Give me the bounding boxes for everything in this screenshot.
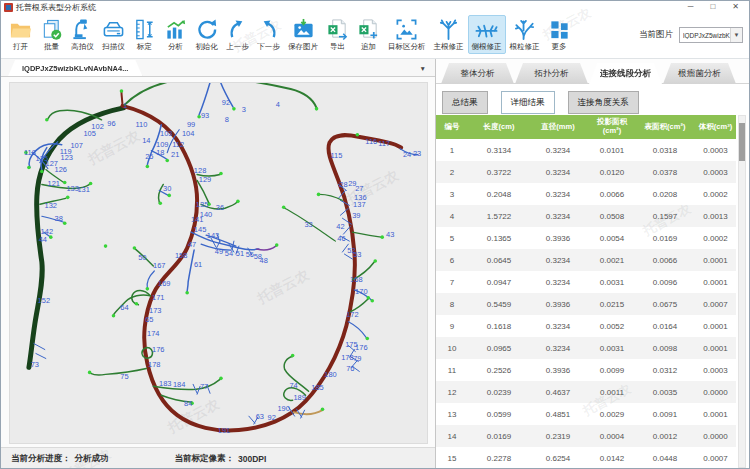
root-image-area[interactable]: 托普云农托普云农托普云农托普云农192384939610210510711912… [9, 82, 428, 444]
tab-segment-analysis[interactable]: 连接线段分析 [589, 63, 662, 84]
root-tip-dot [219, 172, 223, 176]
toolbar-scanner-button[interactable]: 扫描仪 [98, 15, 129, 54]
open-icon [9, 18, 32, 41]
segment-number-label: 168 [350, 275, 362, 284]
toolbar-calibrate-button[interactable]: 标定 [129, 15, 160, 54]
dropdown-caret-icon[interactable]: ▼ [730, 28, 742, 42]
toolbar-export-button[interactable]: 导出 [322, 15, 353, 54]
table-row[interactable]: 110.25260.39360.00990.03120.0003 [436, 359, 736, 381]
segment-number-label: 191 [218, 426, 230, 435]
table-row[interactable]: 120.02390.46370.00110.00350.0000 [436, 381, 736, 403]
segment-number-label: 76 [346, 364, 354, 373]
table-cell: 0.2048 [468, 183, 530, 205]
segment-number-label: 48 [260, 256, 268, 265]
total-result-button[interactable]: 总结果 [442, 91, 488, 114]
table-cell: 0.0378 [638, 161, 692, 183]
root-tip-dot [104, 244, 108, 248]
table-cell: 0.3234 [530, 249, 586, 271]
maximize-button[interactable]: □ [710, 3, 715, 11]
analysis-progress-label: 当前分析进度： [11, 453, 71, 465]
root-segment [348, 322, 366, 338]
table-cell: 0.3234 [530, 161, 586, 183]
table-row[interactable]: 70.09470.32340.00310.00960.0001 [436, 271, 736, 293]
root-tip-dot [133, 246, 137, 250]
table-row[interactable]: 41.57220.32340.05080.15970.0013 [436, 205, 736, 227]
root-tip-dot [165, 159, 169, 163]
table-cell: 0.0091 [638, 403, 692, 425]
toolbar-next-step-label: 下一步 [257, 42, 280, 52]
current-image-dropdown[interactable]: lQDPJxZ5wizbK ▼ [679, 27, 743, 43]
toolbar-initialize-button[interactable]: 初始化 [191, 15, 222, 54]
root-segment [187, 250, 194, 292]
segment-number-label: 74 [289, 381, 297, 390]
table-row[interactable]: 30.20480.32340.00660.02080.0002 [436, 183, 736, 205]
segment-number-label: 116 [365, 137, 377, 146]
toolbar-save-image-button[interactable]: 保存图片 [284, 15, 322, 54]
root-tip-dot [146, 165, 150, 169]
table-row[interactable]: 150.22780.62540.01420.04480.0007 [436, 447, 736, 469]
table-row[interactable]: 90.16180.32340.00520.01640.0001 [436, 315, 736, 337]
root-segment [34, 344, 46, 359]
toolbar-doc-camera-button[interactable]: 高拍仪 [67, 15, 98, 54]
segment-number-label: 105 [83, 129, 95, 138]
root-tip-dot [40, 170, 44, 174]
tab-overall-analysis[interactable]: 整体分析 [441, 63, 514, 84]
tab-rhizobium-analysis[interactable]: 根瘤菌分析 [663, 63, 736, 84]
minimize-button[interactable]: ─ [688, 3, 694, 11]
connection-angle-button[interactable]: 连接角度关系 [568, 91, 639, 114]
segment-number-label: 112 [172, 140, 184, 149]
segment-number-label: 176 [355, 343, 367, 352]
image-tab-dropdown-icon[interactable]: ▼ [420, 65, 426, 72]
segment-number-label: 36 [216, 203, 224, 212]
table-row[interactable]: 50.13650.39360.00540.01690.0002 [436, 227, 736, 249]
table-cell: 1.5722 [468, 205, 530, 227]
root-segment [257, 246, 276, 250]
toolbar-main-root-fix-button[interactable]: 主根修正 [430, 15, 468, 54]
toolbar-next-step-button[interactable]: 下一步 [253, 15, 284, 54]
segment-number-label: 115 [330, 151, 342, 160]
batch-icon [40, 18, 63, 41]
table-row[interactable]: 140.01690.23190.00040.00120.0000 [436, 425, 736, 447]
table-scrollbar[interactable] [738, 115, 746, 468]
table-row[interactable]: 130.05990.48510.00290.00910.0001 [436, 403, 736, 425]
root-image-svg[interactable]: 托普云农托普云农托普云农托普云农192384939610210510711912… [10, 83, 427, 443]
toolbar-prev-step-button[interactable]: 上一步 [222, 15, 253, 54]
table-row[interactable]: 80.54590.39360.02150.06750.0007 [436, 293, 736, 315]
close-button[interactable]: ✕ [732, 3, 739, 11]
table-row[interactable]: 100.09650.32340.00310.00980.0001 [436, 337, 736, 359]
toolbar-target-area-analysis-label: 目标区分析 [388, 42, 426, 52]
status-bar: 当前分析进度： 分析成功 当前标定像素： 300DPI [1, 447, 435, 469]
toolbar-open-button[interactable]: 打开 [5, 15, 36, 54]
root-tip-dot [236, 200, 240, 204]
toolbar-append-button[interactable]: 追加 [353, 15, 384, 54]
table-cell: 0.3936 [530, 359, 586, 381]
root-tip-dot [317, 193, 321, 197]
table-row[interactable]: 10.31340.32340.01010.03180.0003 [436, 139, 736, 161]
root-tip-dot [356, 133, 360, 137]
toolbar-nodule-fix-button[interactable]: 根粒修正 [506, 15, 544, 54]
root-tip-dot [63, 221, 67, 225]
root-tip-dot [365, 337, 369, 341]
table-cell: 0.0645 [468, 249, 530, 271]
table-scrollbar-thumb[interactable] [739, 123, 745, 161]
segment-number-label: 75 [120, 372, 128, 381]
table-cell: 0.1597 [638, 205, 692, 227]
app-icon [4, 3, 13, 12]
segment-number-label: 92 [222, 98, 230, 107]
toolbar-batch-button[interactable]: 批量 [36, 15, 67, 54]
toolbar-more-button[interactable]: 更多 [544, 15, 575, 54]
table-row[interactable]: 20.37220.32340.01200.03780.0003 [436, 161, 736, 183]
toolbar-target-area-analysis-button[interactable]: 目标区分析 [384, 15, 430, 54]
toolbar-lateral-root-fix-button[interactable]: 侧根修正 [468, 15, 506, 54]
segment-number-label: 178 [341, 353, 353, 362]
table-cell: 0.0011 [586, 381, 638, 403]
tab-topology-analysis[interactable]: 拓扑分析 [515, 63, 588, 84]
table-cell: 2 [436, 161, 468, 183]
toolbar-analyze-button[interactable]: 分析 [160, 15, 191, 54]
table-row[interactable]: 60.06450.32340.00210.00660.0001 [436, 249, 736, 271]
table-cell: 0.3936 [530, 227, 586, 249]
image-tab[interactable]: lQDPJxZ5wizbKLvNAvbNA4... [8, 60, 142, 76]
append-icon [357, 18, 380, 41]
segment-number-label: 167 [153, 261, 165, 270]
detailed-result-button[interactable]: 详细结果 [501, 91, 555, 114]
